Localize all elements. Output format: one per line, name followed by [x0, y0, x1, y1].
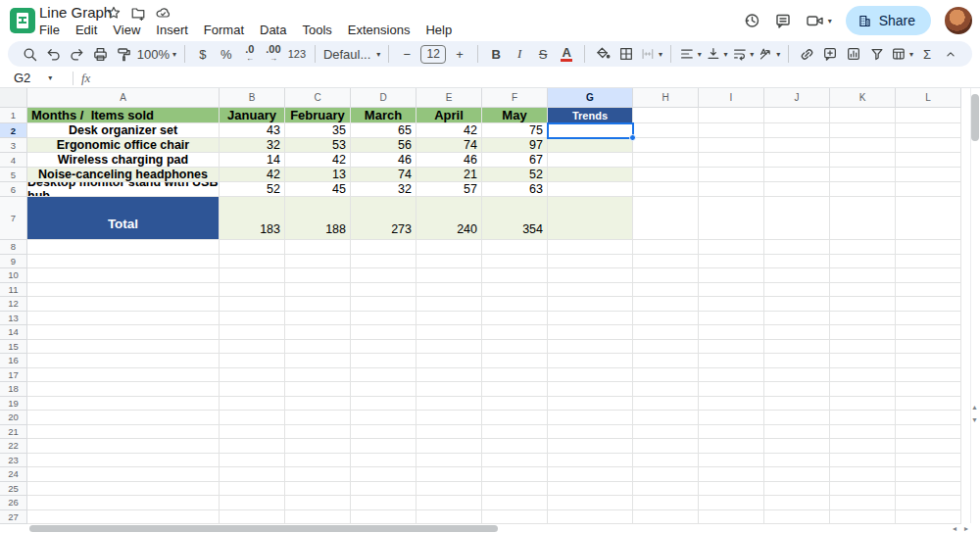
- cell-L11[interactable]: [896, 283, 961, 298]
- cell-I1[interactable]: [699, 108, 764, 123]
- cell-A10[interactable]: [27, 268, 220, 283]
- cell-B9[interactable]: [220, 255, 285, 269]
- cell-G27[interactable]: [548, 510, 633, 525]
- increase-decimals-button[interactable]: .00→: [264, 43, 283, 65]
- cell-D22[interactable]: [351, 439, 416, 454]
- cell-D27[interactable]: [351, 510, 416, 525]
- cell-I16[interactable]: [699, 354, 764, 368]
- font-size-input[interactable]: 12: [420, 43, 446, 65]
- cell-G13[interactable]: [548, 312, 633, 326]
- column-header-H[interactable]: H: [633, 88, 699, 108]
- cell-F14[interactable]: [482, 325, 548, 340]
- cell-H14[interactable]: [633, 325, 699, 340]
- cell-G7[interactable]: [548, 197, 633, 240]
- cell-F27[interactable]: [482, 510, 548, 525]
- cell-K20[interactable]: [830, 411, 896, 425]
- cell-G12[interactable]: [548, 297, 633, 312]
- cell-L3[interactable]: [896, 138, 961, 153]
- cell-C13[interactable]: [285, 312, 351, 326]
- cell-J18[interactable]: [764, 382, 830, 397]
- row-header-27[interactable]: 27: [0, 510, 27, 525]
- menu-item-extensions[interactable]: Extensions: [340, 21, 418, 39]
- cell-D5[interactable]: 74: [351, 168, 416, 182]
- row-header-4[interactable]: 4: [0, 153, 27, 168]
- cell-F8[interactable]: [482, 240, 548, 255]
- cell-B10[interactable]: [220, 268, 285, 283]
- cell-L5[interactable]: [896, 168, 961, 182]
- cell-B24[interactable]: [220, 467, 285, 482]
- cell-H9[interactable]: [633, 255, 699, 269]
- borders-button[interactable]: [616, 43, 636, 65]
- cell-D19[interactable]: [351, 397, 416, 412]
- cell-I12[interactable]: [699, 297, 764, 312]
- cell-K16[interactable]: [830, 354, 896, 368]
- cell-F5[interactable]: 52: [482, 168, 548, 182]
- cell-F12[interactable]: [482, 297, 548, 312]
- cell-A16[interactable]: [27, 354, 220, 368]
- share-button[interactable]: Share: [846, 6, 931, 35]
- font-select[interactable]: Defaul...▾: [323, 43, 381, 65]
- cell-C24[interactable]: [285, 467, 351, 482]
- cell-A9[interactable]: [27, 255, 220, 269]
- cell-H13[interactable]: [633, 312, 699, 326]
- cell-D1[interactable]: March: [351, 108, 416, 123]
- cell-B1[interactable]: January: [220, 108, 285, 123]
- cell-H2[interactable]: [633, 123, 699, 138]
- cell-K27[interactable]: [830, 510, 896, 525]
- scroll-left-icon[interactable]: ◂: [953, 524, 956, 533]
- cell-D6[interactable]: 32: [351, 182, 416, 197]
- move-icon[interactable]: [130, 5, 146, 21]
- cell-B21[interactable]: [220, 425, 285, 440]
- undo-icon[interactable]: [43, 43, 63, 65]
- cell-D26[interactable]: [351, 496, 416, 510]
- cell-G6[interactable]: [548, 182, 633, 197]
- cell-D20[interactable]: [351, 411, 416, 425]
- cell-E15[interactable]: [416, 340, 482, 355]
- menu-item-format[interactable]: Format: [196, 21, 252, 39]
- row-header-21[interactable]: 21: [0, 425, 27, 440]
- row-header-5[interactable]: 5: [0, 168, 27, 182]
- cell-B27[interactable]: [220, 510, 285, 525]
- cell-E24[interactable]: [416, 467, 482, 482]
- cell-C8[interactable]: [285, 240, 351, 255]
- menu-item-file[interactable]: File: [31, 21, 68, 39]
- cell-D15[interactable]: [351, 340, 416, 355]
- fill-color-button[interactable]: [593, 43, 612, 65]
- cell-F7[interactable]: 354: [482, 197, 548, 240]
- cell-E1[interactable]: April: [416, 108, 482, 123]
- cell-F25[interactable]: [482, 482, 548, 497]
- cell-D21[interactable]: [351, 425, 416, 440]
- cell-I9[interactable]: [699, 255, 764, 269]
- cell-L14[interactable]: [896, 325, 961, 340]
- cell-K2[interactable]: [830, 123, 896, 138]
- cell-G23[interactable]: [548, 454, 633, 468]
- cell-D10[interactable]: [351, 268, 416, 283]
- cell-A6[interactable]: Desktop monitor stand with USB hub: [27, 182, 220, 197]
- cell-C27[interactable]: [285, 510, 351, 525]
- cell-J22[interactable]: [764, 439, 830, 454]
- cell-J24[interactable]: [764, 467, 830, 482]
- cell-H25[interactable]: [633, 482, 699, 497]
- cell-I11[interactable]: [699, 283, 764, 298]
- cell-K7[interactable]: [830, 197, 896, 240]
- row-header-23[interactable]: 23: [0, 454, 27, 468]
- zoom-select[interactable]: 100%▾: [137, 43, 176, 65]
- cell-E9[interactable]: [416, 255, 482, 269]
- cell-C25[interactable]: [285, 482, 351, 497]
- cell-C22[interactable]: [285, 439, 351, 454]
- cell-J4[interactable]: [764, 153, 830, 168]
- cell-G1[interactable]: Trends: [548, 108, 633, 123]
- cell-B26[interactable]: [220, 496, 285, 510]
- cell-I13[interactable]: [699, 312, 764, 326]
- cell-L19[interactable]: [896, 397, 961, 412]
- cell-D23[interactable]: [351, 454, 416, 468]
- increase-font-size-button[interactable]: +: [450, 43, 469, 65]
- cell-D17[interactable]: [351, 368, 416, 383]
- cell-C1[interactable]: February: [285, 108, 351, 123]
- functions-button[interactable]: Σ: [917, 43, 937, 65]
- print-icon[interactable]: [90, 43, 110, 65]
- select-all-corner[interactable]: [0, 88, 27, 108]
- cell-A25[interactable]: [27, 482, 220, 497]
- format-currency-button[interactable]: $: [193, 43, 213, 65]
- cell-K11[interactable]: [830, 283, 896, 298]
